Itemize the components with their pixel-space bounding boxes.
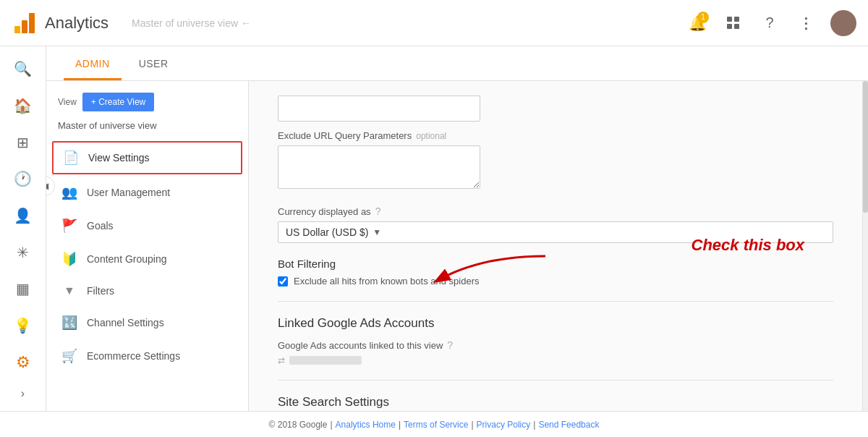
linked-ads-arrow-icon: ⇄: [278, 355, 285, 365]
settings-panel: Exclude URL Query Parameters optional Cu…: [249, 81, 862, 411]
nav-item-filters-label: Filters: [87, 285, 114, 297]
nav-item-content-grouping[interactable]: 🔰 Content Grouping: [46, 242, 248, 276]
linked-ads-label: Google Ads accounts linked to this view …: [278, 339, 833, 351]
linked-ads-title: Linked Google Ads Accounts: [278, 301, 833, 331]
sidebar-user-icon[interactable]: 👤: [6, 199, 41, 233]
exclude-url-input[interactable]: [278, 145, 480, 189]
sidebar-reports-icon[interactable]: 🕐: [6, 162, 41, 196]
logo-area: Analytics: [12, 10, 109, 36]
filters-icon: ▼: [61, 284, 78, 297]
exclude-url-group: Exclude URL Query Parameters optional: [278, 96, 833, 191]
exclude-url-label: Exclude URL Query Parameters optional: [278, 130, 833, 141]
content-body: View + Create View Master of universe vi…: [46, 81, 868, 411]
linked-ads-help-icon[interactable]: ?: [447, 339, 453, 351]
linked-ads-blurred-value: [289, 356, 362, 365]
sidebar-home-icon[interactable]: 🏠: [6, 89, 41, 123]
nav-item-goals[interactable]: 🚩 Goals: [46, 209, 248, 242]
apps-icon: [726, 16, 741, 30]
bot-filtering-group: Bot Filtering Exclude all hits from know…: [278, 258, 833, 287]
currency-dropdown-arrow: ▼: [373, 227, 381, 237]
sidebar-search-icon[interactable]: 🔍: [6, 52, 41, 86]
header: Analytics Master of universe view ← 🔔 1 …: [0, 0, 868, 46]
sidebar-lightbulb-icon[interactable]: 💡: [6, 309, 41, 343]
svg-rect-2: [29, 13, 35, 33]
currency-value: US Dollar (USD $): [286, 226, 368, 238]
nav-item-view-settings[interactable]: 📄 View Settings: [52, 141, 242, 174]
annotation-arrow-icon: [408, 250, 553, 294]
linked-ads-value: ⇄: [278, 355, 833, 365]
bot-filtering-row: Exclude all hits from known bots and spi…: [278, 276, 833, 287]
ecommerce-settings-icon: 🛒: [61, 348, 78, 364]
help-button[interactable]: ?: [758, 12, 781, 35]
currency-select[interactable]: US Dollar (USD $) ▼: [278, 221, 833, 243]
svg-rect-6: [734, 24, 739, 29]
goals-icon: 🚩: [61, 218, 78, 234]
nav-item-view-settings-label: View Settings: [88, 152, 150, 164]
bot-filtering-title: Bot Filtering: [278, 258, 833, 270]
sidebar-icons: 🔍 🏠 ⊞ 🕐 👤 ✳ ▦ 💡 ⚙ ›: [0, 46, 46, 411]
optional-label: optional: [416, 131, 446, 141]
svg-rect-5: [727, 24, 732, 29]
nav-item-ecommerce-settings-label: Ecommerce Settings: [87, 350, 180, 362]
exclude-url-top-input[interactable]: [278, 96, 480, 122]
nav-item-ecommerce-settings[interactable]: 🛒 Ecommerce Settings: [46, 339, 248, 373]
scrollbar-thumb[interactable]: [863, 81, 868, 213]
footer: © 2018 Google | Analytics Home | Terms o…: [0, 411, 868, 437]
master-view-label: Master of universe view: [46, 117, 248, 140]
footer-copyright: © 2018 Google: [269, 420, 328, 430]
footer-privacy-link[interactable]: Privacy Policy: [477, 420, 531, 430]
currency-label: Currency displayed as ?: [278, 205, 833, 217]
content-area: ADMIN USER View + Create View Master of …: [46, 46, 868, 411]
svg-rect-0: [14, 26, 20, 33]
sidebar-settings-icon[interactable]: ⚙: [6, 345, 41, 379]
create-view-button[interactable]: + Create View: [82, 93, 155, 111]
header-actions: 🔔 1 ? ⋮: [686, 10, 856, 36]
nav-item-channel-settings-label: Channel Settings: [87, 317, 164, 328]
main-container: 🔍 🏠 ⊞ 🕐 👤 ✳ ▦ 💡 ⚙ › ADMIN USER View + Cr…: [0, 46, 868, 411]
content-grouping-icon: 🔰: [61, 251, 78, 267]
footer-analytics-home-link[interactable]: Analytics Home: [336, 420, 396, 430]
analytics-logo-icon: [12, 10, 38, 36]
sidebar-table-icon[interactable]: ▦: [6, 272, 41, 306]
svg-rect-3: [727, 17, 732, 22]
user-management-icon: 👥: [61, 184, 78, 200]
tab-admin[interactable]: ADMIN: [64, 49, 122, 80]
notification-badge: 1: [697, 12, 709, 23]
currency-group: Currency displayed as ? US Dollar (USD $…: [278, 205, 833, 243]
nav-item-content-grouping-label: Content Grouping: [87, 253, 167, 265]
sidebar-expand-button[interactable]: ›: [6, 382, 41, 405]
currency-help-icon[interactable]: ?: [375, 205, 381, 217]
nav-item-user-management[interactable]: 👥 User Management: [46, 176, 248, 209]
site-search-title: Site Search Settings: [278, 380, 833, 410]
nav-view-label: View + Create View: [46, 93, 248, 117]
linked-ads-group: Linked Google Ads Accounts Google Ads ac…: [278, 301, 833, 365]
site-search-group: Site Search Settings: [278, 380, 833, 410]
nav-item-goals-label: Goals: [87, 220, 114, 232]
sidebar-dashboard-icon[interactable]: ⊞: [6, 125, 41, 159]
bot-filtering-checkbox[interactable]: [278, 276, 288, 287]
footer-tos-link[interactable]: Terms of Service: [404, 420, 468, 430]
more-options-button[interactable]: ⋮: [794, 12, 817, 35]
nav-item-channel-settings[interactable]: 🔣 Channel Settings: [46, 306, 248, 339]
footer-send-feedback-link[interactable]: Send Feedback: [538, 420, 599, 430]
bot-filtering-checkbox-label: Exclude all hits from known bots and spi…: [294, 276, 480, 287]
admin-nav: View + Create View Master of universe vi…: [46, 81, 249, 411]
app-title: Analytics: [45, 14, 109, 33]
scrollbar-track[interactable]: [862, 81, 868, 411]
tab-user[interactable]: USER: [127, 49, 180, 80]
tab-bar: ADMIN USER: [46, 46, 868, 81]
svg-rect-4: [734, 17, 739, 22]
apps-button[interactable]: [722, 12, 745, 35]
view-text-label: View: [58, 97, 77, 107]
sidebar-acquisition-icon[interactable]: ✳: [6, 235, 41, 269]
svg-rect-1: [22, 20, 27, 33]
nav-item-filters[interactable]: ▼ Filters: [46, 276, 248, 306]
view-settings-icon: 📄: [62, 150, 80, 166]
nav-item-user-management-label: User Management: [87, 187, 170, 198]
user-avatar[interactable]: [830, 10, 856, 36]
account-name: Master of universe view ←: [132, 17, 674, 29]
notifications-button[interactable]: 🔔 1: [686, 12, 709, 35]
channel-settings-icon: 🔣: [61, 315, 78, 331]
